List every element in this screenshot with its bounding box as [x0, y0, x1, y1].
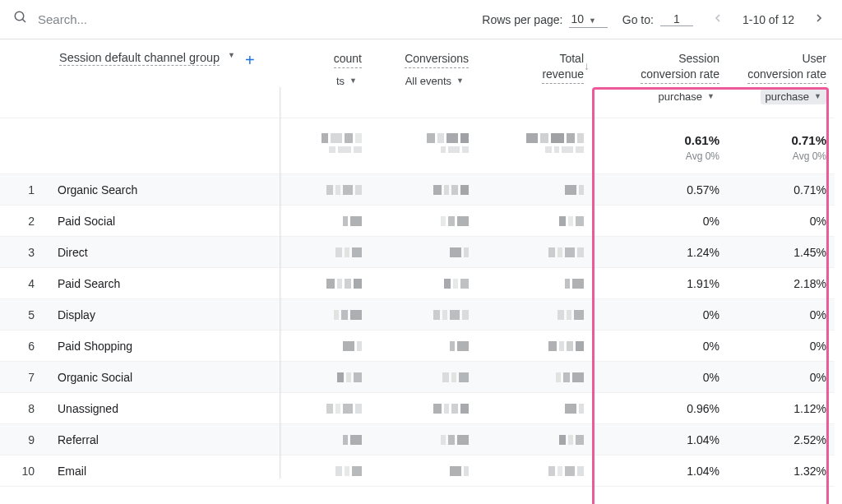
metric-label: count	[334, 51, 362, 68]
session-cr-filter[interactable]: purchase ▼	[654, 89, 719, 104]
rows-per-page: Rows per page: 10 ▼	[482, 11, 607, 28]
row-session-cr: 0%	[592, 331, 728, 362]
row-index: 4	[0, 268, 49, 299]
row-conversions	[370, 362, 477, 393]
row-count	[280, 455, 370, 487]
filter-text: ts	[336, 75, 345, 87]
page-range-label: 1-10 of 12	[743, 13, 794, 26]
column-user-cr-header[interactable]: User conversion rate purchase ▼	[728, 39, 835, 118]
row-user-cr: 0%	[728, 206, 835, 237]
metric-label: User conversion rate	[747, 51, 826, 84]
user-cr-filter[interactable]: purchase ▼	[761, 89, 826, 104]
row-session-cr: 1.91%	[592, 268, 728, 299]
row-index: 10	[0, 455, 49, 487]
row-channel-name[interactable]: Direct	[49, 237, 280, 268]
goto-group: Go to:	[622, 12, 693, 26]
row-revenue	[477, 455, 592, 487]
frozen-column-divider	[280, 87, 280, 479]
row-conversions	[370, 331, 477, 362]
rows-select[interactable]: 10 ▼	[569, 11, 607, 28]
search-input[interactable]	[38, 12, 202, 26]
row-revenue	[477, 206, 592, 237]
row-count	[280, 268, 370, 299]
row-session-cr: 1.24%	[592, 237, 728, 268]
row-count	[280, 424, 370, 455]
summary-spacer	[0, 118, 280, 174]
row-conversions	[370, 268, 477, 299]
add-dimension-button[interactable]: +	[242, 51, 258, 70]
caret-down-icon: ▼	[456, 76, 464, 85]
row-revenue	[477, 299, 592, 331]
caret-down-icon: ▼	[814, 92, 821, 100]
summary-revenue	[477, 118, 592, 174]
summary-conversions	[370, 118, 477, 174]
dimension-label[interactable]: Session default channel group	[59, 51, 220, 66]
row-count	[280, 174, 370, 206]
summary-sub: Avg 0%	[793, 150, 826, 162]
row-user-cr: 2.18%	[728, 268, 835, 299]
metric-label: Total revenue	[542, 51, 584, 84]
filter-text: purchase	[659, 90, 702, 103]
row-conversions	[370, 393, 477, 424]
caret-down-icon[interactable]: ▼	[228, 51, 235, 59]
row-session-cr: 0.57%	[592, 174, 728, 206]
filter-text: All events	[405, 75, 451, 87]
rows-value: 10	[571, 12, 584, 25]
pager: Rows per page: 10 ▼ Go to: 1-10 of 12	[482, 8, 829, 30]
row-conversions	[370, 455, 477, 487]
row-count	[280, 206, 370, 237]
summary-user-cr: 0.71% Avg 0%	[728, 118, 835, 174]
row-channel-name[interactable]: Paid Shopping	[49, 331, 280, 362]
row-count	[280, 237, 370, 268]
row-channel-name[interactable]: Organic Search	[49, 174, 280, 206]
search-icon	[13, 10, 28, 29]
row-index: 8	[0, 393, 49, 424]
row-count	[280, 331, 370, 362]
count-filter[interactable]: ts ▼	[331, 73, 362, 89]
column-count-header[interactable]: count ts ▼	[280, 39, 370, 118]
metric-label: Conversions	[405, 51, 469, 68]
svg-point-0	[15, 12, 24, 21]
sort-down-icon: ↓	[584, 59, 590, 72]
row-channel-name[interactable]: Unassigned	[49, 393, 280, 424]
row-count	[280, 362, 370, 393]
search-wrap	[13, 10, 482, 29]
row-conversions	[370, 206, 477, 237]
row-channel-name[interactable]: Display	[49, 299, 280, 331]
rows-label: Rows per page:	[482, 13, 562, 26]
row-channel-name[interactable]: Email	[49, 455, 280, 487]
row-channel-name[interactable]: Organic Social	[49, 362, 280, 393]
column-conversions-header[interactable]: Conversions All events ▼	[370, 39, 477, 118]
row-channel-name[interactable]: Paid Social	[49, 206, 280, 237]
prev-page-button[interactable]	[708, 8, 728, 30]
goto-label: Go to:	[622, 13, 654, 26]
row-session-cr: 0.96%	[592, 393, 728, 424]
summary-value: 0.71%	[791, 133, 826, 147]
row-conversions	[370, 299, 477, 331]
metric-label: Session conversion rate	[641, 51, 719, 84]
row-session-cr: 1.04%	[592, 424, 728, 455]
row-index: 2	[0, 206, 49, 237]
summary-session-cr: 0.61% Avg 0%	[592, 118, 728, 174]
row-channel-name[interactable]: Paid Search	[49, 268, 280, 299]
row-count	[280, 393, 370, 424]
row-revenue	[477, 174, 592, 206]
column-session-cr-header[interactable]: ↓ Session conversion rate purchase ▼	[592, 39, 728, 118]
toolbar: Rows per page: 10 ▼ Go to: 1-10 of 12	[0, 0, 842, 39]
summary-value: 0.61%	[684, 133, 719, 147]
row-user-cr: 0.71%	[728, 174, 835, 206]
caret-down-icon: ▼	[349, 76, 357, 85]
row-channel-name[interactable]: Referral	[49, 424, 280, 455]
row-session-cr: 0%	[592, 362, 728, 393]
data-table: Session default channel group ▼ + count …	[0, 39, 842, 487]
dimension-header: Session default channel group ▼ +	[0, 39, 280, 118]
row-user-cr: 2.52%	[728, 424, 835, 455]
conversions-filter[interactable]: All events ▼	[400, 73, 469, 89]
next-page-button[interactable]	[809, 8, 829, 30]
column-revenue-header[interactable]: Total revenue	[477, 39, 592, 118]
caret-down-icon: ▼	[707, 92, 715, 100]
goto-input[interactable]	[660, 12, 693, 26]
row-user-cr: 0%	[728, 299, 835, 331]
row-user-cr: 0%	[728, 331, 835, 362]
row-revenue	[477, 393, 592, 424]
